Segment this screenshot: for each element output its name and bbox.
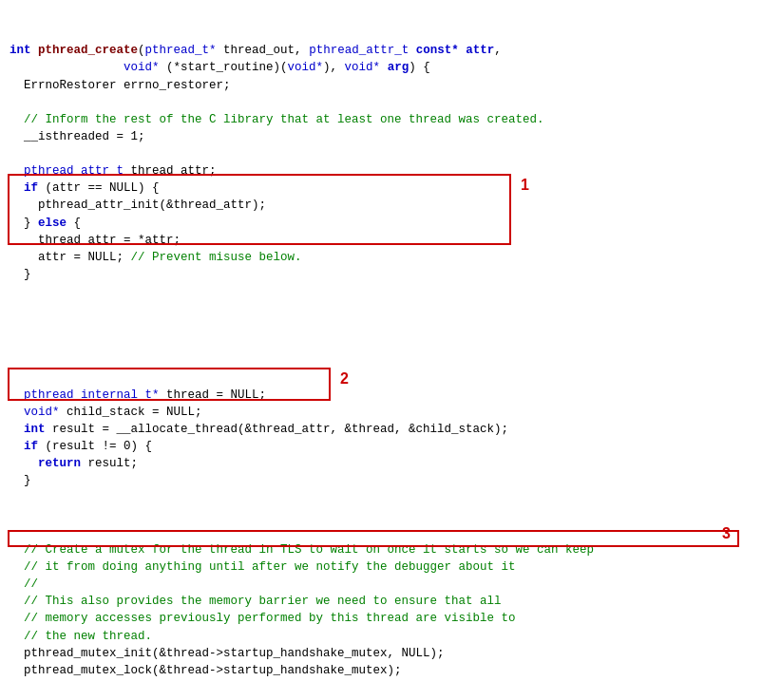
code-box1: pthread_internal_t* thread = NULL; void*… bbox=[10, 388, 508, 488]
code-container: int pthread_create(pthread_t* thread_out… bbox=[0, 0, 762, 700]
label-3: 3 bbox=[722, 522, 731, 544]
label-2: 2 bbox=[340, 368, 349, 389]
label-1: 1 bbox=[521, 174, 529, 196]
code-text: int pthread_create(pthread_t* thread_out… bbox=[10, 44, 544, 281]
code-comments: // Create a mutex for the thread in TLS … bbox=[10, 543, 594, 677]
